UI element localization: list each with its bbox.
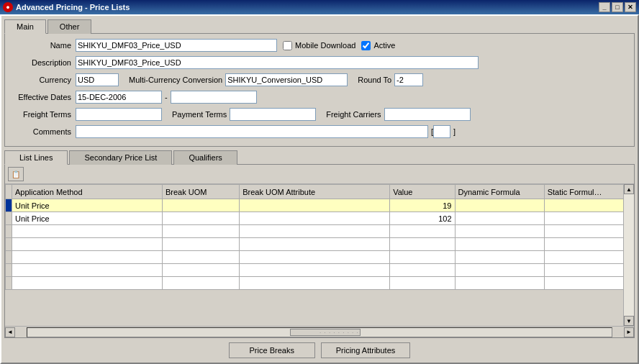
app-icon: ● [3,2,13,12]
cell-break-uom-attr[interactable] [240,251,390,264]
price-breaks-button[interactable]: Price Breaks [229,342,315,358]
cell-dynamic-formula[interactable] [455,225,544,238]
table-row[interactable]: Unit Price 102 [6,212,634,225]
freight-terms-label: Freight Terms [11,110,76,119]
comments-label: Comments [11,127,76,136]
inner-tab-section: List Lines Secondary Price List Qualifie… [4,150,635,338]
vertical-scrollbar[interactable]: ▲ ▼ [623,184,634,326]
cell-static-formula[interactable] [544,225,633,238]
cell-break-uom-attr[interactable] [240,212,390,225]
tab-list-lines[interactable]: List Lines [4,150,68,165]
table-row[interactable] [6,251,634,264]
tab-qualifiers[interactable]: Qualifiers [173,150,237,165]
copy-icon: 📋 [12,170,20,178]
mobile-download-checkbox[interactable] [283,41,292,50]
cell-break-uom[interactable] [162,251,239,264]
cell-value[interactable] [390,264,455,277]
scroll-dots: · · · · · · · · · [320,329,359,336]
cell-break-uom[interactable] [162,264,239,277]
round-to-input[interactable] [394,73,423,86]
active-group: Active [361,41,395,50]
multi-currency-label: Multi-Currency Conversion [129,76,222,84]
table-row[interactable] [6,277,634,290]
cell-break-uom[interactable] [162,212,239,225]
cell-app-method[interactable] [12,264,163,277]
cell-break-uom-attr[interactable] [240,264,390,277]
copy-button[interactable]: 📋 [8,167,24,181]
active-checkbox[interactable] [361,41,371,50]
table-row[interactable] [6,225,634,238]
data-table: Application Method Break UOM Break UOM A… [5,184,634,290]
cell-dynamic-formula[interactable] [455,251,544,264]
payment-terms-input[interactable] [230,108,316,121]
cell-app-method[interactable] [12,251,163,264]
effective-dates-row: Effective Dates - [11,90,628,104]
tab-main[interactable]: Main [4,19,46,34]
scroll-track [624,194,634,316]
cell-break-uom[interactable] [162,238,239,251]
scroll-up-arrow[interactable]: ▲ [624,184,634,194]
row-indicator-empty [6,212,12,225]
row-indicator-empty [6,251,12,264]
cell-dynamic-formula[interactable] [455,212,544,225]
currency-input[interactable] [76,73,119,86]
cell-app-method[interactable]: Unit Price [12,212,163,225]
cell-break-uom[interactable] [162,225,239,238]
cell-dynamic-formula[interactable] [455,199,544,212]
table-row[interactable] [6,264,634,277]
cell-value[interactable] [390,277,455,290]
cell-app-method[interactable] [12,277,163,290]
comments-input[interactable] [76,125,428,138]
currency-row: Currency Multi-Currency Conversion Round… [11,73,628,87]
name-label: Name [11,41,76,50]
cell-static-formula[interactable] [544,238,633,251]
cell-value[interactable] [390,251,455,264]
cell-app-method[interactable] [12,225,163,238]
cell-break-uom[interactable] [162,199,239,212]
maximize-button[interactable]: □ [612,2,623,12]
horizontal-scrollbar-area: ◄ · · · · · · · · · ► [5,326,634,337]
active-label: Active [373,41,395,50]
cell-value[interactable] [390,225,455,238]
freight-carriers-input[interactable] [384,108,471,121]
cell-value[interactable]: 102 [390,212,455,225]
cell-break-uom[interactable] [162,277,239,290]
row-indicator-empty [6,264,12,277]
grid-toolbar: 📋 [5,165,634,184]
table-row[interactable]: Unit Price 19 [6,199,634,212]
cell-break-uom-attr[interactable] [240,238,390,251]
pricing-attributes-button[interactable]: Pricing Attributes [321,342,411,358]
description-input[interactable] [76,56,479,69]
effective-date-from-input[interactable] [76,91,162,104]
cell-dynamic-formula[interactable] [455,238,544,251]
cell-value[interactable]: 19 [390,199,455,212]
scroll-left-arrow[interactable]: ◄ [5,327,15,337]
effective-date-to-input[interactable] [171,91,257,104]
close-button[interactable]: ✕ [625,2,636,12]
multi-currency-input[interactable] [225,73,348,86]
scroll-right-arrow[interactable]: ► [624,327,634,337]
tab-secondary-price-list[interactable]: Secondary Price List [69,150,172,165]
cell-break-uom-attr[interactable] [240,277,390,290]
cell-static-formula[interactable] [544,212,633,225]
scroll-down-arrow[interactable]: ▼ [624,316,634,326]
cell-app-method[interactable]: Unit Price [12,199,163,212]
tab-other[interactable]: Other [47,19,92,34]
cell-dynamic-formula[interactable] [455,264,544,277]
name-input[interactable] [76,39,277,52]
cell-break-uom-attr[interactable] [240,225,390,238]
cell-dynamic-formula[interactable] [455,277,544,290]
cell-app-method[interactable] [12,238,163,251]
cell-static-formula[interactable] [544,277,633,290]
minimize-button[interactable]: _ [599,2,610,12]
table-row[interactable] [6,238,634,251]
cell-break-uom-attr[interactable] [240,199,390,212]
cell-static-formula[interactable] [544,199,633,212]
cell-static-formula[interactable] [544,251,633,264]
row-indicator-empty [6,277,12,290]
h-scrollbar-track[interactable]: · · · · · · · · · [27,327,612,337]
cell-value[interactable] [390,238,455,251]
cell-static-formula[interactable] [544,264,633,277]
comments-small-input[interactable] [433,125,450,138]
freight-terms-input[interactable] [76,108,162,121]
